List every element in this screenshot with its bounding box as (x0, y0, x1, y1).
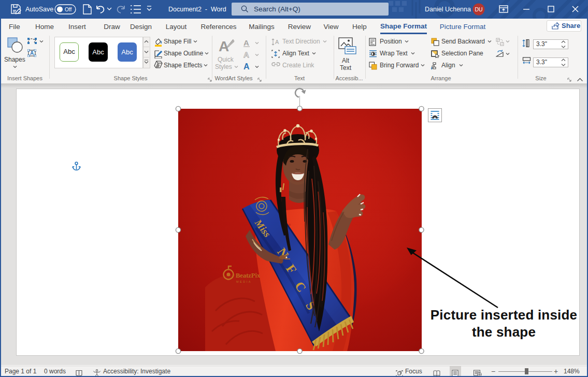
svg-text:A: A (243, 50, 249, 59)
svg-text:A: A (243, 62, 250, 71)
svg-text:A: A (30, 50, 34, 56)
svg-text:DU: DU (475, 6, 482, 12)
svg-text:A: A (243, 38, 249, 47)
svg-text:Off: Off (65, 7, 71, 12)
svg-text:A: A (275, 39, 279, 45)
